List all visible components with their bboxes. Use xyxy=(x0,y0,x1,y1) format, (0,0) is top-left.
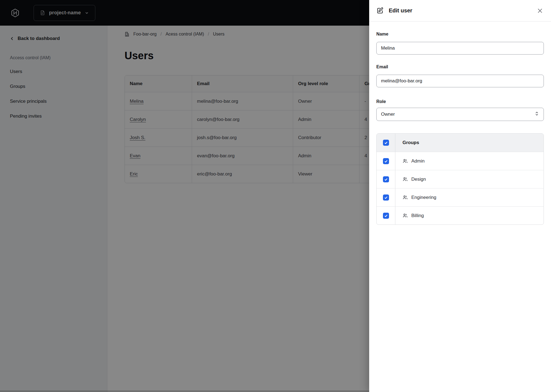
checkmark-icon xyxy=(384,141,388,145)
role-selected-value: Owner xyxy=(381,112,395,117)
checkmark-icon xyxy=(384,214,388,218)
users-group-icon xyxy=(403,177,408,182)
drawer-title: Edit user xyxy=(389,7,412,14)
checkmark-icon xyxy=(384,196,388,199)
group-label: Engineering xyxy=(411,195,436,200)
email-field[interactable] xyxy=(376,75,544,87)
role-field-label: Role xyxy=(376,99,544,104)
checkmark-icon xyxy=(384,177,388,181)
users-group-icon xyxy=(403,158,408,164)
email-field-label: Email xyxy=(376,64,544,70)
groups-panel: Groups xyxy=(376,133,544,225)
group-row-design: Design xyxy=(377,170,544,188)
checkmark-icon xyxy=(384,159,388,163)
edit-pencil-icon xyxy=(376,7,384,14)
name-field[interactable] xyxy=(376,42,544,55)
group-checkbox[interactable] xyxy=(383,176,389,182)
select-updown-icon xyxy=(534,111,539,117)
group-label: Admin xyxy=(411,158,425,164)
group-label: Billing xyxy=(411,213,424,218)
name-field-label: Name xyxy=(376,31,544,37)
group-checkbox[interactable] xyxy=(383,213,389,219)
group-row-billing: Billing xyxy=(377,206,544,225)
drawer-body: Name Email Role Owner xyxy=(369,21,551,225)
groups-select-all-checkbox[interactable] xyxy=(383,140,389,146)
users-group-icon xyxy=(403,195,408,200)
horizontal-scrollbar[interactable] xyxy=(0,390,369,392)
group-checkbox[interactable] xyxy=(383,158,389,164)
role-select[interactable]: Owner xyxy=(376,108,544,121)
close-icon[interactable] xyxy=(536,7,544,15)
group-label: Design xyxy=(411,177,426,182)
modal-backdrop[interactable] xyxy=(0,0,369,392)
app-root: project-name Back to dashboard Access co… xyxy=(0,0,551,392)
groups-header-row: Groups xyxy=(377,134,544,152)
users-group-icon xyxy=(403,213,408,218)
groups-header-label: Groups xyxy=(395,134,544,152)
edit-user-drawer: Edit user Name Email Role Owner xyxy=(369,0,551,392)
drawer-header: Edit user xyxy=(369,0,551,21)
group-checkbox[interactable] xyxy=(383,194,389,201)
group-row-admin: Admin xyxy=(377,152,544,170)
group-row-engineering: Engineering xyxy=(377,188,544,206)
